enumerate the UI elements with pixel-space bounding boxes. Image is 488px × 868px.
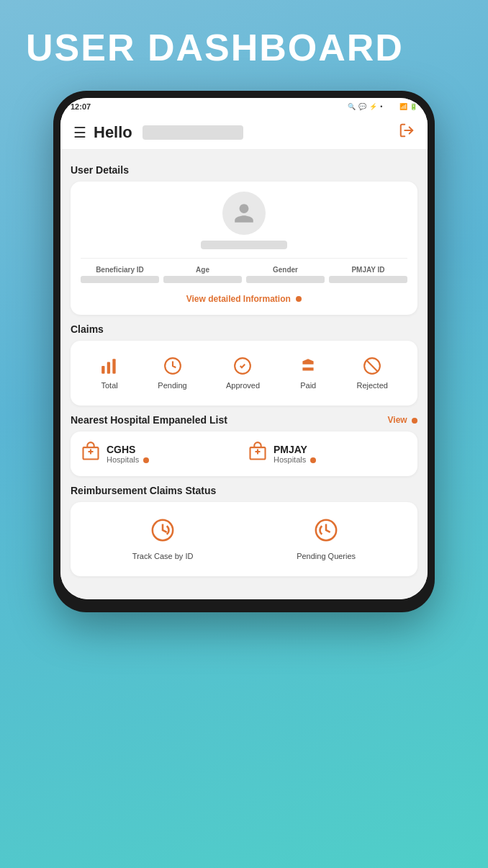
clock-icon xyxy=(163,357,182,378)
username-blur xyxy=(143,125,243,140)
gender-field: Gender xyxy=(246,266,325,283)
view-info-dot xyxy=(296,296,302,302)
status-bar: 12:07 🔍 💬 ⚡ • 📶 🔋 xyxy=(60,98,428,115)
reimbursement-grid: Track Case by ID Pending Queries xyxy=(81,512,407,566)
hospital-grid: CGHS Hospitals xyxy=(81,442,407,466)
cancel-circle-icon xyxy=(363,357,381,378)
beneficiary-id-field: Beneficiary ID xyxy=(81,266,159,283)
hospital-view-link[interactable]: View xyxy=(388,415,417,425)
dot-icon: • xyxy=(380,103,382,110)
signal-icons: 📶 🔋 xyxy=(399,103,417,110)
pending-queries-icon xyxy=(314,518,338,547)
hospital-view-text[interactable]: View xyxy=(388,415,407,425)
reimbursement-card: Track Case by ID Pending Queries xyxy=(71,502,417,576)
claim-pending[interactable]: Pending xyxy=(158,357,186,390)
user-details-card: Beneficiary ID Age Gender PMJAY ID xyxy=(71,182,417,315)
track-case-icon xyxy=(150,518,175,547)
cghs-dot xyxy=(143,457,149,463)
logout-button[interactable] xyxy=(399,122,415,142)
avatar xyxy=(222,192,266,235)
gender-label: Gender xyxy=(246,266,325,274)
user-info-grid: Beneficiary ID Age Gender PMJAY ID xyxy=(81,258,407,283)
claims-card: Total Pending xyxy=(71,341,417,406)
pmjay-sub: Hospitals xyxy=(274,455,316,464)
age-label: Age xyxy=(163,266,242,274)
claim-rejected[interactable]: Rejected xyxy=(356,357,387,390)
check-circle-icon xyxy=(233,357,252,378)
username-field-blur xyxy=(201,241,287,249)
menu-icon[interactable]: ☰ xyxy=(73,124,86,141)
hospital-section-title: Nearest Hospital Empaneled List xyxy=(71,414,227,426)
pmjay-dot xyxy=(310,457,316,463)
claim-paid-label: Paid xyxy=(300,381,316,390)
pending-queries-label: Pending Queries xyxy=(297,552,356,560)
hospital-view-dot xyxy=(412,418,417,424)
view-info-text[interactable]: View detailed Information xyxy=(186,294,291,304)
pmjay-id-value xyxy=(329,276,407,283)
pmjay-name: PMJAY xyxy=(274,444,316,455)
claim-paid[interactable]: Paid xyxy=(299,357,317,390)
age-value xyxy=(163,276,242,283)
svg-rect-1 xyxy=(101,366,104,374)
greeting-text: Hello xyxy=(94,123,132,142)
claims-title: Claims xyxy=(71,323,417,335)
claim-approved-label: Approved xyxy=(226,381,260,390)
cghs-info: CGHS Hospitals xyxy=(107,444,149,464)
pmjay-id-field: PMJAY ID xyxy=(329,266,407,283)
hospital-header: Nearest Hospital Empaneled List View xyxy=(71,414,417,426)
reimbursement-title: Reimbursement Claims Status xyxy=(71,485,417,496)
phone-frame: 12:07 🔍 💬 ⚡ • 📶 🔋 ☰ Hello xyxy=(53,91,435,612)
cghs-hospital[interactable]: CGHS Hospitals xyxy=(81,442,240,466)
bank-icon xyxy=(299,357,317,378)
track-case-label: Track Case by ID xyxy=(132,552,194,560)
app-header: ☰ Hello xyxy=(60,115,428,150)
hospitals-card: CGHS Hospitals xyxy=(71,431,417,476)
claim-total-label: Total xyxy=(101,381,117,390)
claims-grid: Total Pending xyxy=(81,351,407,395)
search-icon: 🔍 xyxy=(348,103,356,110)
pmjay-building-icon xyxy=(248,442,268,466)
beneficiary-id-label: Beneficiary ID xyxy=(81,266,159,274)
svg-rect-2 xyxy=(107,362,110,374)
pending-queries-item[interactable]: Pending Queries xyxy=(297,518,356,560)
bar-chart-icon xyxy=(100,357,119,378)
pmjay-info: PMJAY Hospitals xyxy=(274,444,316,464)
scroll-content: User Details Beneficiary ID xyxy=(60,150,428,599)
gender-value xyxy=(246,276,325,283)
beneficiary-id-value xyxy=(81,276,159,283)
status-time: 12:07 xyxy=(71,102,91,111)
cghs-sub: Hospitals xyxy=(107,455,149,464)
person-icon xyxy=(232,202,256,225)
svg-rect-3 xyxy=(112,359,115,374)
claim-rejected-label: Rejected xyxy=(356,381,387,390)
whatsapp-icon: 💬 xyxy=(358,103,366,110)
user-details-title: User Details xyxy=(71,164,417,176)
pmjay-id-label: PMJAY ID xyxy=(329,266,407,274)
pmjay-hospital[interactable]: PMJAY Hospitals xyxy=(248,442,407,466)
claim-pending-label: Pending xyxy=(158,381,186,390)
claim-total[interactable]: Total xyxy=(100,357,119,390)
cghs-building-icon xyxy=(81,442,101,466)
view-info-link[interactable]: View detailed Information xyxy=(81,292,407,305)
cghs-name: CGHS xyxy=(107,444,149,455)
nfc-icon: ⚡ xyxy=(369,103,377,110)
phone-screen: 12:07 🔍 💬 ⚡ • 📶 🔋 ☰ Hello xyxy=(60,98,428,599)
svg-line-7 xyxy=(366,360,377,371)
page-title: USER DASHBOARD xyxy=(0,0,488,84)
age-field: Age xyxy=(163,266,242,283)
avatar-wrapper xyxy=(81,192,407,235)
track-case-item[interactable]: Track Case by ID xyxy=(132,518,194,560)
status-icons: 🔍 💬 ⚡ • 📶 🔋 xyxy=(348,103,417,110)
claim-approved[interactable]: Approved xyxy=(226,357,260,390)
